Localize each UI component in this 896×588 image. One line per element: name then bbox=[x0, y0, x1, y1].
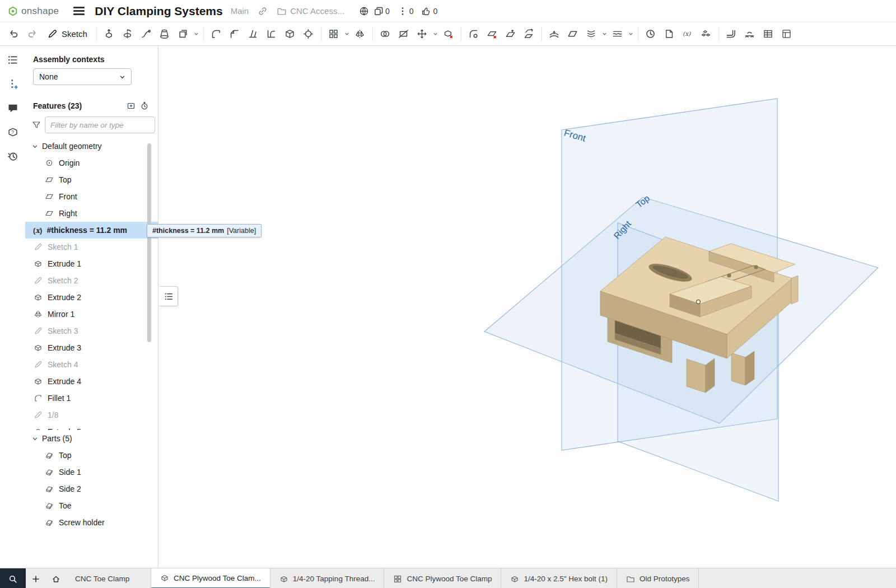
shell-button[interactable] bbox=[281, 25, 299, 43]
model-vertex-marker[interactable] bbox=[697, 300, 701, 304]
public-globe-icon[interactable] bbox=[357, 4, 371, 18]
configurations-panel-icon[interactable] bbox=[6, 77, 20, 91]
import-document-button[interactable] bbox=[660, 25, 678, 43]
draft-button[interactable] bbox=[244, 25, 262, 43]
feature-row-extrude-3[interactable]: Extrude 3 bbox=[25, 339, 158, 356]
feature-row-right-plane[interactable]: Right bbox=[25, 205, 158, 222]
link-icon[interactable] bbox=[255, 4, 270, 18]
loft-button[interactable] bbox=[156, 25, 174, 43]
feature-row-variable-thickness[interactable]: (x) #thickness = 11.2 mm bbox=[25, 222, 158, 239]
feature-row-mirror-1[interactable]: Mirror 1 bbox=[25, 306, 158, 323]
thicken-dropdown-chevron[interactable] bbox=[193, 25, 200, 43]
feature-list-flyout-button[interactable] bbox=[160, 286, 178, 306]
mirror-button[interactable] bbox=[351, 25, 369, 43]
transform-dropdown-chevron[interactable] bbox=[432, 25, 439, 43]
sketch-button[interactable]: Sketch bbox=[41, 25, 93, 43]
sheet-metal-button[interactable] bbox=[722, 25, 740, 43]
like-count-group[interactable]: 0 bbox=[421, 6, 437, 16]
helix-button[interactable] bbox=[582, 25, 600, 43]
part-row-screw-holder[interactable]: Screw holder bbox=[25, 514, 158, 531]
tab-hex-bolt[interactable]: 1/4-20 x 2.5" Hex bolt (1) bbox=[501, 568, 617, 588]
sweep-button[interactable] bbox=[137, 25, 155, 43]
copy-workspace-count[interactable]: 0 bbox=[374, 6, 390, 16]
surface-dropdown-chevron[interactable] bbox=[627, 25, 634, 43]
curve-dropdown-chevron[interactable] bbox=[601, 25, 608, 43]
transform-button[interactable] bbox=[413, 25, 431, 43]
redo-button[interactable] bbox=[23, 25, 41, 43]
add-tab-button[interactable] bbox=[26, 568, 46, 588]
feature-row-sketch-2[interactable]: Sketch 2 bbox=[25, 272, 158, 289]
history-panel-icon[interactable] bbox=[6, 149, 20, 164]
filter-input[interactable] bbox=[45, 116, 155, 133]
onshape-logo[interactable]: onshape bbox=[8, 6, 59, 17]
chamfer-button[interactable] bbox=[226, 25, 244, 43]
create-folder-icon[interactable] bbox=[124, 100, 138, 112]
part-row-top[interactable]: Top bbox=[25, 447, 158, 464]
document-menu-icon[interactable] bbox=[73, 7, 85, 15]
rollback-history-icon[interactable] bbox=[138, 100, 151, 112]
filter-icon[interactable] bbox=[32, 120, 41, 129]
variable-button[interactable]: (x) bbox=[679, 25, 697, 43]
feature-row-extrude-4[interactable]: Extrude 4 bbox=[25, 373, 158, 390]
sheet-metal-table-button[interactable] bbox=[759, 25, 777, 43]
document-title[interactable]: DIY Clamping Systems bbox=[95, 4, 222, 18]
comments-panel-icon[interactable] bbox=[6, 101, 20, 115]
flatten-button[interactable] bbox=[741, 25, 759, 43]
part-row-side-2[interactable]: Side 2 bbox=[25, 480, 158, 497]
delete-face-button[interactable] bbox=[483, 25, 501, 43]
parent-folder-link[interactable]: CNC Access... bbox=[277, 6, 344, 16]
rib-button[interactable] bbox=[263, 25, 281, 43]
graphics-viewport[interactable]: Front Top Right bbox=[158, 46, 896, 568]
workspace-name[interactable]: Main bbox=[231, 6, 249, 16]
assembly-context-select[interactable]: None bbox=[33, 68, 132, 85]
undo-button[interactable] bbox=[4, 25, 22, 43]
plane-button[interactable] bbox=[564, 25, 582, 43]
chevron-down-icon[interactable] bbox=[31, 143, 39, 150]
chevron-down-icon[interactable] bbox=[31, 436, 39, 442]
tab-cnc-plywood-toe-clamp-assembly[interactable]: CNC Plywood Toe Clamp bbox=[384, 568, 501, 588]
tab-search-button[interactable] bbox=[0, 568, 26, 588]
home-tab-button[interactable] bbox=[46, 568, 66, 588]
clock-tool-button[interactable] bbox=[642, 25, 660, 43]
part-row-toe[interactable]: Toe bbox=[25, 497, 158, 514]
feature-row-origin[interactable]: Origin bbox=[25, 155, 158, 171]
delete-part-button[interactable] bbox=[440, 25, 458, 43]
pattern-dropdown-chevron[interactable] bbox=[343, 25, 351, 43]
replace-face-button[interactable] bbox=[520, 25, 538, 43]
feature-list-panel-icon[interactable] bbox=[6, 53, 20, 67]
feature-row-extrude-1[interactable]: Extrude 1 bbox=[25, 255, 158, 272]
feature-tree-scrollbar[interactable] bbox=[147, 143, 151, 342]
split-button[interactable] bbox=[395, 25, 413, 43]
activity-count-group[interactable]: 0 bbox=[398, 6, 414, 16]
feature-row-sketch-4[interactable]: Sketch 4 bbox=[25, 356, 158, 373]
boolean-button[interactable] bbox=[376, 25, 394, 43]
revolve-button[interactable] bbox=[119, 25, 137, 43]
tab-cnc-plywood-toe-clamp-part-studio[interactable]: CNC Plywood Toe Clam... bbox=[151, 568, 270, 588]
variable-studio-button[interactable] bbox=[697, 25, 715, 43]
feature-row-extrude-2[interactable]: Extrude 2 bbox=[25, 289, 158, 306]
feature-row-front-plane[interactable]: Front bbox=[25, 188, 158, 205]
offset-surface-button[interactable] bbox=[545, 25, 563, 43]
feature-row-sketch-18[interactable]: 1/8 bbox=[25, 407, 158, 423]
tables-button[interactable] bbox=[778, 25, 796, 43]
fillet-button[interactable] bbox=[207, 25, 225, 43]
learning-center-icon[interactable]: ? bbox=[6, 125, 20, 139]
feature-row-fillet-1[interactable]: Fillet 1 bbox=[25, 390, 158, 407]
hole-button[interactable] bbox=[300, 25, 318, 43]
extrude-button[interactable] bbox=[100, 25, 118, 43]
parts-group-header[interactable]: Parts (5) bbox=[25, 430, 158, 447]
feature-row-top-plane[interactable]: Top bbox=[25, 171, 158, 188]
feature-row-sketch-1[interactable]: Sketch 1 bbox=[25, 239, 158, 255]
feature-group-default-geometry[interactable]: Default geometry bbox=[25, 138, 158, 155]
modify-fillet-button[interactable] bbox=[465, 25, 483, 43]
linear-pattern-button[interactable] bbox=[325, 25, 343, 43]
thicken-button[interactable] bbox=[174, 25, 192, 43]
projected-curve-button[interactable] bbox=[609, 25, 627, 43]
feature-row-sketch-3[interactable]: Sketch 3 bbox=[25, 323, 158, 339]
tab-cnc-toe-clamp[interactable]: CNC Toe Clamp bbox=[66, 568, 151, 588]
move-face-button[interactable] bbox=[502, 25, 520, 43]
part-row-side-1[interactable]: Side 1 bbox=[25, 464, 158, 480]
feature-row-extrude-5[interactable]: Extrude 5 bbox=[25, 423, 158, 430]
tab-old-prototypes[interactable]: Old Prototypes bbox=[617, 568, 699, 588]
tab-tapping-thread[interactable]: 1/4-20 Tapping Thread... bbox=[270, 568, 385, 588]
